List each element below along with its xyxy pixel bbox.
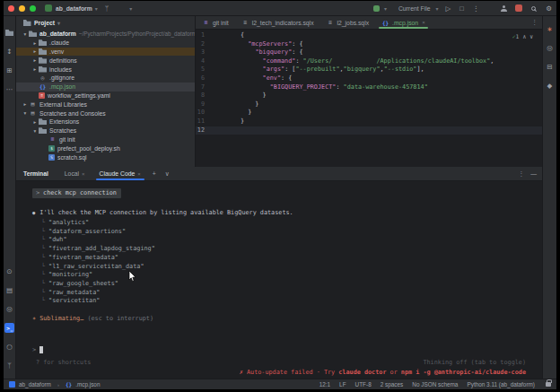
vcs-chevron-icon[interactable]: ▾ bbox=[129, 5, 132, 12]
tree-connector-icon: └ bbox=[41, 245, 45, 252]
tree-item-label: .gitignore bbox=[49, 74, 74, 81]
terminal-hide-icon[interactable]: — bbox=[530, 170, 537, 177]
next-problem-icon[interactable]: ∨ bbox=[529, 32, 533, 41]
profiler-icon[interactable]: ○ bbox=[4, 342, 14, 352]
console-file-icon: ≣ bbox=[202, 19, 210, 26]
code-text: "env": { bbox=[212, 74, 292, 83]
chevron-down-icon: ▾ bbox=[384, 5, 387, 12]
problems-icon[interactable]: ◎ bbox=[4, 304, 14, 314]
status-item-3[interactable]: 2 spaces bbox=[381, 381, 404, 388]
code-editor[interactable]: ✓1 ∧ ∨ 1{2 "mcpServers": {3 "bigquery": … bbox=[196, 30, 542, 167]
line-number: 9 bbox=[196, 100, 212, 109]
tree-item-scratches[interactable]: ▾Scratches bbox=[16, 126, 195, 135]
interpreter-icon[interactable] bbox=[373, 5, 380, 12]
notifications-icon[interactable]: ◎ bbox=[545, 43, 555, 53]
tree-item-label: scratch.sql bbox=[57, 154, 86, 161]
terminal-panel: Terminal Local×Claude Code× + ∨ ⋮ — >che… bbox=[16, 167, 542, 379]
user-icon[interactable] bbox=[501, 5, 507, 12]
tree-item-scratch-sql[interactable]: Sscratch.sql bbox=[16, 152, 195, 161]
terminal-tab-local[interactable]: Local× bbox=[57, 167, 92, 180]
more-icon[interactable]: ⋮ bbox=[473, 4, 480, 13]
line-number: 8 bbox=[196, 91, 212, 100]
editor-tab-l2-jobs-sqlx[interactable]: ≡l2_jobs.sqlx bbox=[320, 16, 376, 29]
status-item-0[interactable]: 12:1 bbox=[319, 381, 330, 388]
terminal-more-icon[interactable]: ⋮ bbox=[518, 170, 524, 178]
tree-item--gitignore[interactable]: .gitignore bbox=[16, 74, 195, 83]
terminal-tab-claude-code[interactable]: Claude Code× bbox=[92, 167, 148, 180]
chevron-down-icon[interactable]: ▾ bbox=[22, 31, 29, 37]
structure-icon[interactable]: ⊞ bbox=[4, 65, 14, 75]
zoom-button[interactable] bbox=[30, 5, 36, 12]
line-number: 10 bbox=[196, 109, 212, 118]
close-tab-icon[interactable]: × bbox=[422, 20, 425, 25]
chevron-down-icon[interactable]: ▾ bbox=[22, 110, 29, 116]
code-line: 9 } bbox=[196, 100, 542, 109]
more-tools-icon[interactable]: ⋯ bbox=[4, 84, 14, 94]
commit-icon[interactable]: ↕ bbox=[4, 47, 14, 57]
inspection-widget[interactable]: ✓1 ∧ ∨ bbox=[512, 32, 533, 41]
tree-item-scratches-and-consoles[interactable]: ▾Scratches and Consoles bbox=[16, 109, 195, 118]
tree-item--claude[interactable]: ▸.claude bbox=[16, 39, 195, 48]
tree-item-workflow-settings-yaml[interactable]: ≡workflow_settings.yaml bbox=[16, 91, 195, 100]
breadcrumb-file[interactable]: .mcp.json bbox=[75, 381, 100, 388]
tree-item-external-libraries[interactable]: ▸External Libraries bbox=[16, 100, 195, 109]
tree-item-label: ab_dataform bbox=[39, 30, 76, 37]
version-control-icon[interactable]: ᛘ bbox=[4, 361, 14, 370]
editor-tab-git-init[interactable]: ≣git init bbox=[196, 16, 235, 29]
status-item-4[interactable]: No JSON schema bbox=[412, 381, 458, 388]
git-branch-icon[interactable]: ᛘ bbox=[105, 4, 109, 13]
code-line: 6 "env": { bbox=[196, 74, 542, 83]
chevron-right-icon[interactable]: ▸ bbox=[31, 66, 39, 72]
services-icon[interactable]: ⊙ bbox=[4, 266, 14, 276]
database-icon[interactable]: ⊟ bbox=[545, 62, 555, 72]
close-tab-icon[interactable]: × bbox=[137, 171, 141, 177]
terminal-icon[interactable]: >_ bbox=[4, 323, 14, 333]
terminal-window-label[interactable]: Terminal bbox=[16, 167, 57, 180]
terminal-tab-options-icon[interactable]: ∨ bbox=[161, 167, 174, 180]
chevron-right-icon[interactable]: ▸ bbox=[31, 57, 39, 63]
tree-item-definitions[interactable]: ▸definitions bbox=[16, 56, 195, 65]
new-terminal-tab-button[interactable]: + bbox=[148, 167, 161, 180]
prev-problem-icon[interactable]: ∧ bbox=[522, 32, 526, 41]
project-selector[interactable]: ab_dataform bbox=[56, 5, 92, 12]
status-item-1[interactable]: LF bbox=[339, 381, 346, 388]
minimize-button[interactable] bbox=[19, 5, 25, 12]
plugin-notification-icon[interactable] bbox=[515, 4, 522, 12]
status-item-5[interactable]: Python 3.11 (ab_dataform) bbox=[467, 381, 535, 388]
folder-icon bbox=[39, 65, 47, 73]
status-item-2[interactable]: UTF-8 bbox=[355, 381, 372, 388]
stop-icon[interactable]: □ bbox=[459, 4, 464, 13]
tree-item-ab-dataform[interactable]: ▾ab_dataform~/PycharmProjects/PythonProj… bbox=[16, 30, 195, 39]
python-packages-icon[interactable]: ▤ bbox=[4, 285, 14, 295]
thinking-hint: Thinking off (tab to toggle) bbox=[423, 359, 526, 366]
editor-tab-l2-tech-indicators-sqlx[interactable]: ≡l2_tech_indicators.sqlx bbox=[235, 16, 320, 29]
terminal-input[interactable]: > bbox=[16, 344, 529, 355]
tree-item-prefect-pool-deploy-sh[interactable]: $prefect_pool_deploy.sh bbox=[16, 144, 195, 152]
chevron-right-icon[interactable]: ▸ bbox=[31, 119, 39, 125]
tree-item-extensions[interactable]: ▸Extensions bbox=[16, 118, 195, 126]
run-config-selector[interactable]: Current File bbox=[398, 5, 431, 12]
learn-icon[interactable]: ◆ bbox=[545, 81, 555, 91]
chevron-right-icon[interactable]: ▸ bbox=[22, 101, 29, 107]
ai-assistant-icon[interactable]: ∗ bbox=[545, 24, 555, 34]
tab-list-more-icon[interactable]: ⋮ bbox=[531, 16, 542, 29]
tree-item--mcp-json[interactable]: {}.mcp.json bbox=[16, 83, 195, 91]
close-tab-icon[interactable]: × bbox=[82, 171, 85, 177]
lock-icon[interactable] bbox=[546, 382, 551, 387]
tree-item-includes[interactable]: ▸includes bbox=[16, 65, 195, 74]
breadcrumb-project[interactable]: ab_dataform bbox=[19, 381, 51, 388]
close-button[interactable] bbox=[8, 5, 14, 12]
project-panel-title: Project bbox=[34, 20, 55, 26]
chevron-right-icon[interactable]: ▸ bbox=[31, 48, 39, 54]
chevron-down-icon[interactable]: ▾ bbox=[57, 20, 60, 26]
settings-gear-icon[interactable]: ⚙ bbox=[546, 4, 552, 13]
tree-item--venv[interactable]: ▸.venv bbox=[16, 48, 195, 57]
tree-item-git-init[interactable]: git init bbox=[16, 135, 195, 144]
dataset-name: "fivetran_add_lapdog_staging" bbox=[48, 245, 155, 252]
chevron-right-icon[interactable]: ▸ bbox=[31, 40, 39, 46]
project-icon[interactable] bbox=[4, 28, 14, 38]
run-icon[interactable]: ▷ bbox=[445, 4, 451, 13]
search-icon[interactable] bbox=[531, 6, 536, 11]
editor-tab--mcp-json[interactable]: {}.mcp.json× bbox=[375, 16, 432, 29]
chevron-down-icon[interactable]: ▾ bbox=[31, 128, 39, 134]
